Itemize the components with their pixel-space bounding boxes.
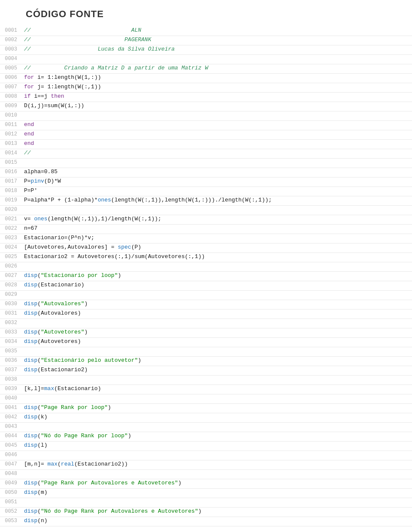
code-line: 0028disp(Estacionario) bbox=[0, 281, 412, 291]
line-number: 0013 bbox=[0, 141, 22, 147]
line-content: // Lucas da Silva Oliveira bbox=[22, 46, 412, 52]
line-content bbox=[22, 291, 412, 298]
code-line: 0029 bbox=[0, 291, 412, 300]
line-number: 0010 bbox=[0, 112, 22, 118]
code-line: 0037disp(Estacionario2) bbox=[0, 366, 412, 376]
line-content: D(i,j)=sum(W(i,:)) bbox=[22, 102, 412, 109]
code-line: 0016alpha=0.85 bbox=[0, 168, 412, 177]
line-content: disp(Autovetores) bbox=[22, 338, 412, 345]
page-title: CÓDIGO FONTE bbox=[26, 9, 412, 20]
line-number: 0001 bbox=[0, 27, 22, 33]
line-number: 0053 bbox=[0, 518, 22, 524]
code-line: 0005// Criando a Matriz D a partir de um… bbox=[0, 64, 412, 74]
line-number: 0011 bbox=[0, 122, 22, 128]
line-number: 0019 bbox=[0, 197, 22, 203]
line-number: 0041 bbox=[0, 405, 22, 411]
line-number: 0047 bbox=[0, 461, 22, 467]
line-number: 0002 bbox=[0, 37, 22, 43]
line-content: disp("Nó do Page Rank por loop") bbox=[22, 433, 412, 439]
line-number: 0020 bbox=[0, 207, 22, 213]
code-line: 0051 bbox=[0, 498, 412, 508]
line-number: 0042 bbox=[0, 414, 22, 420]
code-line: 0044disp("Nó do Page Rank por loop") bbox=[0, 432, 412, 442]
code-line: 0010 bbox=[0, 111, 412, 121]
code-line: 0023Estacionario=(P^n)*v; bbox=[0, 234, 412, 243]
line-number: 0048 bbox=[0, 471, 22, 477]
line-number: 0024 bbox=[0, 244, 22, 250]
line-content: [k,l]=max(Estacionario) bbox=[22, 385, 412, 392]
code-line: 0045disp(l) bbox=[0, 442, 412, 451]
line-number: 0028 bbox=[0, 282, 22, 288]
code-line: 0004 bbox=[0, 55, 412, 64]
line-number: 0005 bbox=[0, 65, 22, 71]
line-content: // ALN bbox=[22, 27, 412, 33]
line-number: 0023 bbox=[0, 235, 22, 241]
code-line: 0040 bbox=[0, 394, 412, 404]
line-number: 0007 bbox=[0, 84, 22, 90]
code-line: 0034disp(Autovetores) bbox=[0, 338, 412, 347]
line-number: 0033 bbox=[0, 329, 22, 335]
line-number: 0051 bbox=[0, 499, 22, 505]
line-content: v= ones(length(W(:,1)),1)/length(W(:,1))… bbox=[22, 216, 412, 222]
line-content bbox=[22, 159, 412, 165]
code-line: 0050disp(m) bbox=[0, 489, 412, 498]
line-number: 0015 bbox=[0, 159, 22, 165]
line-content: end bbox=[22, 131, 412, 137]
line-content bbox=[22, 112, 412, 118]
line-content: alpha=0.85 bbox=[22, 168, 412, 175]
code-line: 0002// PAGERANK bbox=[0, 36, 412, 45]
code-line: 0031disp(Autovalores) bbox=[0, 310, 412, 319]
code-line: 0009D(i,j)=sum(W(i,:)) bbox=[0, 102, 412, 111]
line-content bbox=[22, 376, 412, 382]
line-number: 0009 bbox=[0, 103, 22, 109]
line-content bbox=[22, 451, 412, 458]
code-line: 0049disp("Page Rank por Autovalores e Au… bbox=[0, 479, 412, 489]
line-content: P=alpha*P + (1-alpha)*ones(length(W(:,1)… bbox=[22, 197, 412, 203]
line-content: disp("Estacionário pelo autovetor") bbox=[22, 357, 412, 364]
line-number: 0035 bbox=[0, 348, 22, 354]
line-content: disp("Page Rank por loop") bbox=[22, 404, 412, 411]
line-number: 0004 bbox=[0, 56, 22, 62]
code-line: 0001// ALN bbox=[0, 27, 412, 36]
code-line: 0032 bbox=[0, 319, 412, 328]
line-number: 0018 bbox=[0, 188, 22, 194]
line-content: // PAGERANK bbox=[22, 36, 412, 43]
line-content: // Criando a Matriz D a partir de uma Ma… bbox=[22, 65, 412, 71]
line-number: 0021 bbox=[0, 216, 22, 222]
line-number: 0029 bbox=[0, 292, 22, 298]
code-line: 0018P=P' bbox=[0, 187, 412, 196]
code-line: 0020 bbox=[0, 206, 412, 215]
line-number: 0046 bbox=[0, 452, 22, 458]
code-line: 0048 bbox=[0, 470, 412, 479]
code-line: 0027disp("Estacionario por loop") bbox=[0, 272, 412, 281]
line-content: // bbox=[22, 150, 412, 156]
line-content: disp("Autovetores") bbox=[22, 329, 412, 335]
line-content: disp(l) bbox=[22, 442, 412, 448]
line-content: [m,n]= max(real(Estacionario2)) bbox=[22, 461, 412, 467]
line-number: 0049 bbox=[0, 480, 22, 486]
code-line: 0017P=pinv(D)*W bbox=[0, 177, 412, 187]
line-content: disp(m) bbox=[22, 489, 412, 496]
code-line: 0036disp("Estacionário pelo autovetor") bbox=[0, 357, 412, 366]
code-line: 0006for i= 1:length(W(1,:)) bbox=[0, 74, 412, 83]
code-line: 0014// bbox=[0, 149, 412, 159]
code-line: 0047[m,n]= max(real(Estacionario2)) bbox=[0, 460, 412, 470]
line-content: P=pinv(D)*W bbox=[22, 178, 412, 184]
line-content bbox=[22, 55, 412, 62]
line-content: for j= 1:length(W(:,1)) bbox=[22, 84, 412, 90]
line-content: disp("Page Rank por Autovalores e Autove… bbox=[22, 480, 412, 486]
code-line: 0026 bbox=[0, 262, 412, 272]
code-line: 0012end bbox=[0, 130, 412, 140]
code-line: 0013end bbox=[0, 140, 412, 149]
code-line: 0041disp("Page Rank por loop") bbox=[0, 404, 412, 413]
code-line: 0046 bbox=[0, 451, 412, 460]
line-content bbox=[22, 263, 412, 269]
line-content: disp(Estacionario) bbox=[22, 282, 412, 288]
code-line: 0019P=alpha*P + (1-alpha)*ones(length(W(… bbox=[0, 196, 412, 206]
line-content: disp(Estacionario2) bbox=[22, 367, 412, 373]
line-number: 0034 bbox=[0, 339, 22, 345]
line-number: 0012 bbox=[0, 131, 22, 137]
code-line: 0042disp(k) bbox=[0, 413, 412, 423]
line-content: P=P' bbox=[22, 187, 412, 194]
line-content bbox=[22, 348, 412, 354]
